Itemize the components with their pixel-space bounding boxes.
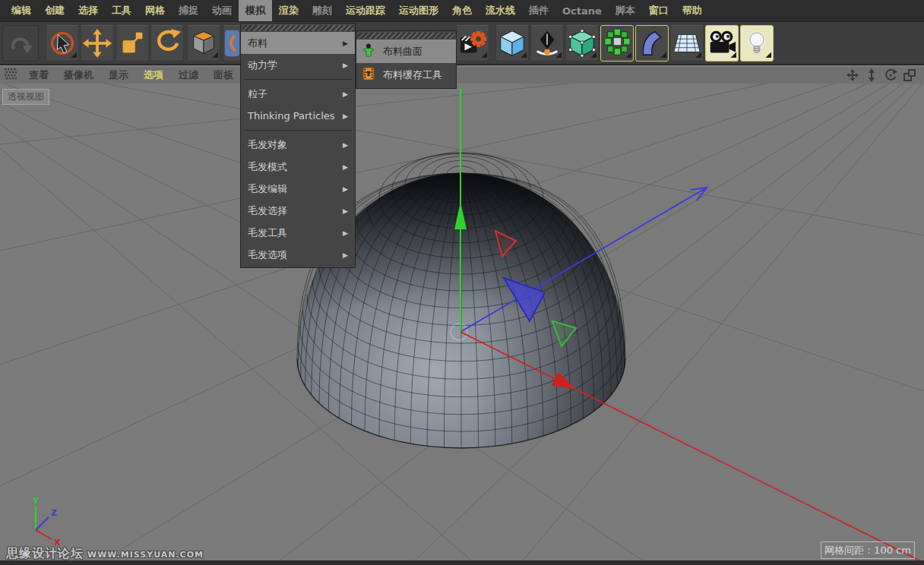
svg-text:Z: Z [51, 508, 57, 518]
watermark-url: WWW.MISSYUAN.COM [87, 550, 204, 560]
watermark: 思缘设计论坛 WWW.MISSYUAN.COM [6, 546, 204, 562]
main-menubar: 编辑创建选择工具网格捕捉动画模拟渲染雕刻运动跟踪运动图形角色流水线插件Octan… [0, 0, 924, 21]
menu-模拟[interactable]: 模拟 [239, 0, 272, 21]
scene-svg[interactable]: YZX [0, 84, 924, 565]
menu-item-label: 毛发编辑 [248, 182, 287, 196]
cloth-surface-icon [361, 43, 376, 60]
viewport-grid-icon[interactable] [5, 68, 17, 83]
floor-button[interactable] [670, 25, 704, 62]
menu-item-布料曲面[interactable]: 布料曲面 [356, 39, 456, 63]
add-cube-button[interactable] [495, 25, 529, 62]
submenu-arrow-icon: ▶ [343, 229, 348, 237]
viewport-menu-过滤[interactable]: 过滤 [171, 68, 206, 82]
simulate-menu: 布料▶动力学▶粒子▶Thinking Particles▶毛发对象▶毛发模式▶毛… [240, 23, 356, 268]
submenu-arrow-icon: ▶ [343, 62, 348, 69]
bulb-icon [741, 26, 773, 61]
menu-item-label: 动力学 [248, 58, 277, 72]
menu-item-label: 毛发工具 [248, 226, 287, 240]
submenu-arrow-icon: ▶ [343, 251, 348, 259]
menu-item-label: 毛发模式 [248, 160, 287, 174]
spline-pen-button[interactable] [530, 25, 564, 62]
subdiv-cube-icon [566, 26, 598, 61]
submenu-arrow-icon: ▶ [343, 141, 348, 149]
viewport-canvas[interactable]: YZX [0, 84, 924, 565]
menu-编辑[interactable]: 编辑 [5, 0, 38, 21]
cinema4d-window: 编辑创建选择工具网格捕捉动画模拟渲染雕刻运动跟踪运动图形角色流水线插件Octan… [0, 0, 924, 565]
menu-插件[interactable]: 插件 [522, 0, 555, 21]
tearoff-strip[interactable] [358, 33, 454, 39]
menu-item-label: 毛发选项 [248, 248, 287, 262]
menu-流水线[interactable]: 流水线 [479, 0, 522, 21]
scale-icon [116, 26, 148, 61]
undo-icon [3, 26, 38, 61]
menu-运动跟踪[interactable]: 运动跟踪 [339, 0, 392, 21]
menu-脚本[interactable]: 脚本 [609, 0, 642, 21]
viewport-nav-icons [846, 68, 924, 82]
menu-item-布料缓存工具[interactable]: 布料缓存工具 [356, 63, 456, 87]
menu-帮助[interactable]: 帮助 [676, 0, 709, 21]
cloner-button[interactable] [600, 25, 634, 62]
tearoff-strip[interactable] [242, 25, 353, 31]
viewport-menu-面板[interactable]: 面板 [206, 68, 241, 82]
primitive-cube-icon [496, 26, 528, 61]
cloth-cache-icon [361, 66, 376, 84]
menu-雕刻[interactable]: 雕刻 [305, 0, 339, 21]
viewport-view-label: 透视视图 [2, 89, 49, 105]
pan-view-icon[interactable] [846, 68, 859, 82]
menu-选择[interactable]: 选择 [71, 0, 105, 21]
render-settings-icon [457, 26, 489, 61]
rotate-icon [151, 26, 183, 61]
live-selection-icon [46, 26, 78, 61]
menu-工具[interactable]: 工具 [105, 0, 138, 21]
live-selection-button[interactable] [46, 25, 79, 62]
main-toolbar [0, 21, 924, 65]
menu-渲染[interactable]: 渲染 [272, 0, 305, 21]
move-tool-button[interactable] [81, 25, 114, 62]
menu-Octane[interactable]: Octane [555, 0, 609, 21]
menu-item-毛发选择[interactable]: 毛发选择▶ [241, 200, 355, 222]
menu-separator [244, 130, 352, 131]
menu-item-毛发选项[interactable]: 毛发选项▶ [241, 244, 355, 266]
menu-item-布料[interactable]: 布料▶ [241, 32, 355, 54]
menu-动画[interactable]: 动画 [205, 0, 239, 21]
submenu-arrow-icon: ▶ [343, 207, 348, 215]
render-settings-button[interactable] [456, 25, 489, 62]
menu-item-毛发模式[interactable]: 毛发模式▶ [241, 156, 355, 178]
menu-item-label: Thinking Particles [248, 110, 335, 122]
menu-网格[interactable]: 网格 [138, 0, 172, 21]
menu-捕捉[interactable]: 捕捉 [172, 0, 205, 21]
menu-窗口[interactable]: 窗口 [642, 0, 676, 21]
bend-deformer-button[interactable] [635, 25, 669, 62]
light-button[interactable] [740, 25, 774, 62]
bend-icon [636, 26, 668, 61]
menu-item-毛发工具[interactable]: 毛发工具▶ [241, 222, 355, 244]
maximize-view-icon[interactable] [903, 68, 916, 82]
menu-item-粒子[interactable]: 粒子▶ [241, 83, 355, 105]
rotate-tool-button[interactable] [150, 25, 184, 62]
viewport-menu-显示[interactable]: 显示 [101, 68, 136, 82]
pen-icon [531, 26, 563, 61]
cloner-icon [601, 26, 633, 61]
menu-item-label: 毛发选择 [248, 204, 287, 218]
viewport-menu-选项[interactable]: 选项 [136, 68, 171, 82]
zoom-view-icon[interactable] [865, 68, 878, 82]
rotate-view-icon[interactable] [884, 68, 897, 82]
coord-cube-icon [188, 26, 220, 61]
bottom-strip [0, 560, 924, 565]
menu-创建[interactable]: 创建 [38, 0, 71, 21]
camera-button[interactable] [705, 25, 739, 62]
submenu-arrow-icon: ▶ [343, 112, 348, 120]
menu-item-Thinking Particles[interactable]: Thinking Particles▶ [241, 105, 355, 127]
coord-system-button[interactable] [187, 25, 220, 62]
subdivision-surface-button[interactable] [565, 25, 599, 62]
scale-tool-button[interactable] [115, 25, 149, 62]
menu-item-毛发编辑[interactable]: 毛发编辑▶ [241, 178, 355, 200]
menu-运动图形[interactable]: 运动图形 [392, 0, 445, 21]
menu-item-毛发对象[interactable]: 毛发对象▶ [241, 134, 355, 156]
viewport-menu-查看[interactable]: 查看 [21, 68, 56, 82]
menu-item-动力学[interactable]: 动力学▶ [241, 54, 355, 76]
undo-button[interactable] [2, 25, 39, 62]
menu-item-label: 布料曲面 [383, 45, 422, 58]
menu-角色[interactable]: 角色 [445, 0, 479, 21]
viewport-menu-摄像机[interactable]: 摄像机 [56, 68, 101, 82]
